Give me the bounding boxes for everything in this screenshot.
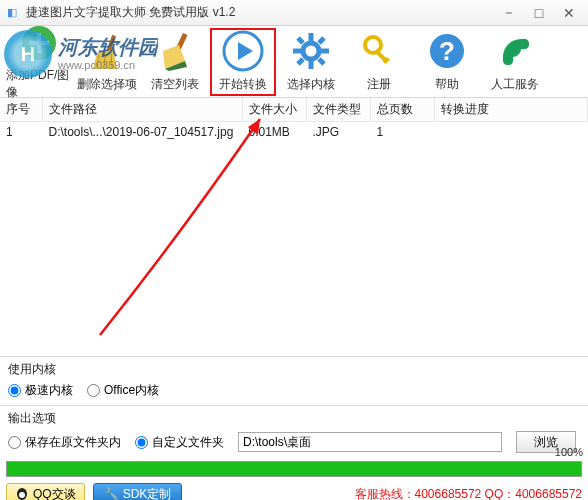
brush-icon bbox=[154, 30, 196, 72]
output-same-radio[interactable] bbox=[8, 436, 21, 449]
maximize-button[interactable]: □ bbox=[524, 3, 554, 23]
output-options: 保存在原文件夹内 自定义文件夹 浏览 bbox=[0, 429, 588, 459]
footer: QQ交谈 🔧 SDK定制 客服热线：4006685572 QQ：40066855… bbox=[0, 479, 588, 500]
cell-path: D:\tools\...\2019-06-07_104517.jpg bbox=[42, 122, 242, 143]
output-title: 输出选项 bbox=[0, 405, 588, 429]
kernel-title: 使用内核 bbox=[0, 356, 588, 380]
cell-pages: 1 bbox=[370, 122, 434, 143]
file-table-wrap[interactable]: 序号 文件路径 文件大小 文件类型 总页数 转换进度 1 D:\tools\..… bbox=[0, 98, 588, 356]
kernel-office-radio[interactable] bbox=[87, 384, 100, 397]
svg-marker-9 bbox=[238, 42, 253, 60]
phone-icon bbox=[494, 30, 536, 72]
col-pages[interactable]: 总页数 bbox=[370, 98, 434, 122]
help-icon: ? bbox=[426, 30, 468, 72]
service-label: 人工服务 bbox=[491, 76, 539, 93]
output-path-input[interactable] bbox=[238, 432, 502, 452]
add-icon bbox=[18, 23, 60, 63]
col-path[interactable]: 文件路径 bbox=[42, 98, 242, 122]
help-label: 帮助 bbox=[435, 76, 459, 93]
titlebar: ◧ 捷速图片文字提取大师 免费试用版 v1.2 － □ ✕ bbox=[0, 0, 588, 26]
svg-line-17 bbox=[298, 59, 303, 64]
start-convert-button[interactable]: 开始转换 bbox=[210, 28, 276, 96]
kernel-fast-option[interactable]: 极速内核 bbox=[8, 382, 73, 399]
cell-size: 0.01MB bbox=[242, 122, 306, 143]
close-button[interactable]: ✕ bbox=[554, 3, 584, 23]
sdk-button[interactable]: 🔧 SDK定制 bbox=[93, 483, 183, 500]
remove-button[interactable]: 删除选择项 bbox=[74, 28, 140, 96]
clear-label: 清空列表 bbox=[151, 76, 199, 93]
svg-point-26 bbox=[19, 492, 25, 498]
key-icon bbox=[358, 30, 400, 72]
gear-icon bbox=[290, 30, 332, 72]
progress-bar: 100% bbox=[6, 461, 582, 477]
cell-progress bbox=[434, 122, 588, 143]
kernel-options: 极速内核 Office内核 bbox=[0, 380, 588, 405]
svg-line-16 bbox=[319, 59, 324, 64]
hotline-text: 客服热线：4006685572 QQ：4006685572 bbox=[355, 486, 582, 501]
output-custom-option[interactable]: 自定义文件夹 bbox=[135, 434, 224, 451]
start-label: 开始转换 bbox=[219, 76, 267, 93]
output-same-option[interactable]: 保存在原文件夹内 bbox=[8, 434, 121, 451]
app-icon: ◧ bbox=[4, 5, 20, 21]
col-size[interactable]: 文件大小 bbox=[242, 98, 306, 122]
qq-icon bbox=[15, 487, 29, 500]
broom-icon bbox=[86, 30, 128, 72]
register-label: 注册 bbox=[367, 76, 391, 93]
core-label: 选择内核 bbox=[287, 76, 335, 93]
play-icon bbox=[222, 30, 264, 72]
toolbar: 添加PDF/图像 删除选择项 清空列表 开始转换 选择内核 注册 ? 帮助 bbox=[0, 26, 588, 98]
window-title: 捷速图片文字提取大师 免费试用版 v1.2 bbox=[26, 4, 494, 21]
clear-button[interactable]: 清空列表 bbox=[142, 28, 208, 96]
remove-label: 删除选择项 bbox=[77, 76, 137, 93]
col-type[interactable]: 文件类型 bbox=[306, 98, 370, 122]
svg-line-15 bbox=[298, 38, 303, 43]
svg-text:?: ? bbox=[439, 36, 455, 66]
svg-rect-2 bbox=[29, 41, 49, 45]
table-row[interactable]: 1 D:\tools\...\2019-06-07_104517.jpg 0.0… bbox=[0, 122, 588, 143]
wrench-icon: 🔧 bbox=[104, 487, 119, 500]
progress-percent: 100% bbox=[555, 446, 583, 458]
help-button[interactable]: ? 帮助 bbox=[414, 28, 480, 96]
svg-point-10 bbox=[303, 43, 319, 59]
col-progress[interactable]: 转换进度 bbox=[434, 98, 588, 122]
cell-seq: 1 bbox=[0, 122, 42, 143]
service-button[interactable]: 人工服务 bbox=[482, 28, 548, 96]
file-table: 序号 文件路径 文件大小 文件类型 总页数 转换进度 1 D:\tools\..… bbox=[0, 98, 588, 142]
col-seq[interactable]: 序号 bbox=[0, 98, 42, 122]
cell-type: .JPG bbox=[306, 122, 370, 143]
svg-line-18 bbox=[319, 38, 324, 43]
add-label: 添加PDF/图像 bbox=[6, 67, 72, 101]
output-custom-radio[interactable] bbox=[135, 436, 148, 449]
svg-point-19 bbox=[365, 37, 381, 53]
add-file-button[interactable]: 添加PDF/图像 bbox=[6, 28, 72, 96]
minimize-button[interactable]: － bbox=[494, 3, 524, 23]
register-button[interactable]: 注册 bbox=[346, 28, 412, 96]
qq-chat-button[interactable]: QQ交谈 bbox=[6, 483, 85, 500]
kernel-fast-radio[interactable] bbox=[8, 384, 21, 397]
select-core-button[interactable]: 选择内核 bbox=[278, 28, 344, 96]
kernel-office-option[interactable]: Office内核 bbox=[87, 382, 159, 399]
